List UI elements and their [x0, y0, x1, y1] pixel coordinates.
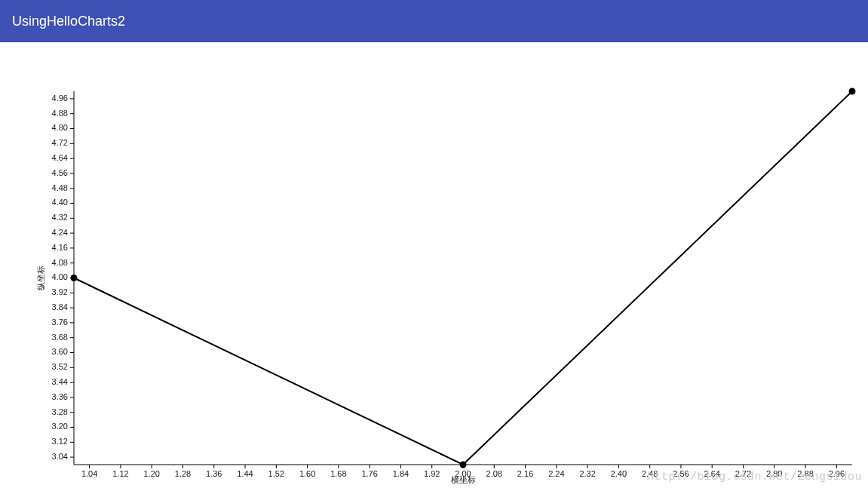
y-tick-label: 3.12 [52, 437, 68, 446]
y-tick-label: 4.88 [52, 109, 68, 118]
y-tick-label: 4.08 [52, 258, 68, 267]
x-tick-label: 2.08 [486, 469, 502, 478]
y-tick-label: 4.64 [52, 153, 68, 162]
data-point [71, 275, 78, 281]
y-tick-label: 3.04 [52, 452, 68, 461]
line-chart: 3.043.123.203.283.363.443.523.603.683.76… [0, 42, 868, 488]
app-title: UsingHelloCharts2 [12, 14, 125, 29]
y-tick-label: 4.24 [52, 228, 68, 237]
x-tick-label: 1.84 [393, 469, 409, 478]
y-tick-label: 4.00 [52, 272, 68, 281]
y-tick-label: 4.56 [52, 168, 68, 177]
y-axis-label: 纵坐标 [36, 265, 45, 290]
y-tick-label: 4.32 [52, 213, 68, 222]
x-tick-label: 1.36 [206, 469, 222, 478]
x-tick-label: 1.68 [330, 469, 346, 478]
x-tick-label: 2.24 [548, 469, 564, 478]
y-tick-label: 3.60 [52, 347, 68, 356]
y-tick-label: 3.44 [52, 377, 68, 386]
x-tick-label: 1.12 [112, 469, 128, 478]
x-tick-label: 1.52 [268, 469, 284, 478]
chart-area: 3.043.123.203.283.363.443.523.603.683.76… [0, 42, 868, 488]
y-tick-label: 3.52 [52, 362, 68, 371]
y-tick-label: 4.16 [52, 243, 68, 252]
app-bar: UsingHelloCharts2 [0, 0, 868, 42]
y-tick-label: 3.92 [52, 287, 68, 296]
x-tick-label: 1.28 [175, 469, 191, 478]
y-tick-label: 3.36 [52, 392, 68, 401]
x-tick-label: 2.32 [579, 469, 595, 478]
x-tick-label: 1.44 [237, 469, 253, 478]
y-tick-label: 3.76 [52, 318, 68, 327]
x-tick-label: 1.76 [361, 469, 377, 478]
watermark: http://blog.csdn.net/zengsidou [647, 471, 862, 483]
data-point [849, 88, 856, 95]
y-tick-label: 4.40 [52, 198, 68, 207]
x-tick-label: 2.16 [517, 469, 533, 478]
y-tick-label: 4.96 [52, 94, 68, 103]
x-tick-label: 2.40 [611, 469, 627, 478]
y-tick-label: 3.28 [52, 407, 68, 416]
data-point [460, 462, 467, 468]
y-tick-label: 4.80 [52, 123, 68, 132]
y-tick-label: 3.68 [52, 333, 68, 342]
x-tick-label: 1.60 [299, 469, 315, 478]
y-tick-label: 4.48 [52, 183, 68, 192]
x-tick-label: 1.92 [424, 469, 440, 478]
y-tick-label: 4.72 [52, 138, 68, 147]
y-tick-label: 3.84 [52, 302, 68, 312]
x-tick-label: 1.04 [81, 469, 97, 478]
data-line [74, 91, 852, 465]
x-tick-label: 1.20 [143, 469, 159, 478]
x-axis-label: 横坐标 [451, 475, 476, 484]
y-tick-label: 3.20 [52, 422, 68, 431]
